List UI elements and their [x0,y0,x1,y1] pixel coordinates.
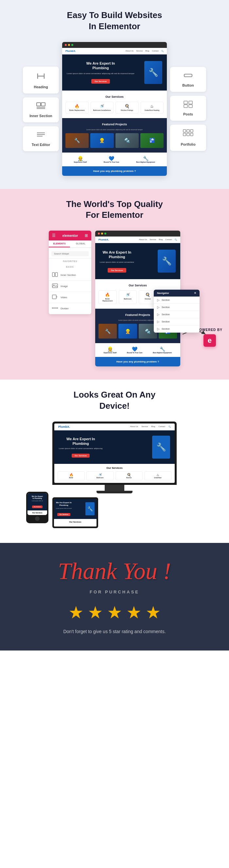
phone-services-title: Our Services [28,510,47,515]
section1-title: Easy To Build Websites In Elementor [6,10,223,32]
nav-item-3[interactable]: ▷ Section [154,311,199,318]
desktop-hero-desc: Lorem ipsum dolor sit amet consectetur a… [59,447,103,450]
posts-icon [175,100,201,110]
widget-video[interactable]: Video [49,292,91,303]
svg-marker-26 [56,296,58,298]
desktop-logo: PlumbX. [58,425,70,428]
project-item-1: 🔧 [66,133,89,148]
el-tabs: ELEMENTS GLOBAL [49,241,91,248]
svg-rect-13 [184,105,187,107]
section-icon: ▷ [157,305,160,309]
stat-1: 👷Experience Staff [104,346,116,353]
stat-2: 💙Bound To True Care [127,346,142,353]
widget-name: Image [61,285,68,288]
button-icon [175,71,201,81]
section-responsive: Looks Great On Any Device! PlumbX. About… [0,379,229,543]
close-icon[interactable]: ✕ [194,291,196,294]
section-easy-build: Easy To Build Websites In Elementor Head… [0,0,229,189]
basic-label: BASIC [49,264,91,270]
preview-hero-img: 🔧 [158,250,176,273]
powered-by-area: POWERED BY e [197,328,223,347]
tab-global[interactable]: GLOBAL [70,241,91,247]
section-icon: ▷ [157,313,160,316]
nav-item-2[interactable]: ▷ Section [154,304,199,311]
section-icon: ▷ [157,320,160,323]
widget-name: Inner Section [61,274,76,277]
desktop-hero-btn: Our Services [72,454,90,458]
widget-text-editor: Text Editor [23,126,59,151]
stat-2: 💙Bound To True Care [104,156,119,163]
dot-green [104,232,106,235]
service-item: 🔥Boiler [58,471,85,480]
section-top-quality: The World's Top Quality For Elementor ☰ … [0,189,229,380]
project-item-2: 👷 [118,324,137,339]
widget-posts: Posts [170,96,206,121]
hamburger-icon: ☰ [52,233,55,238]
svg-rect-15 [183,130,186,132]
service-item: ♨Underfloor Heating [141,102,164,114]
service-item: 🚿Bathroom [86,471,114,480]
phone-hero-desc: Lorem ipsum dolor sit [29,500,45,502]
tab-elements[interactable]: ELEMENTS [49,241,70,247]
mock-hero-text: We Are Expert InPlumbing Lorem ipsum dol… [67,61,135,84]
preview-services-title: Our Services [99,284,177,287]
nav-section-label: Section [162,299,170,302]
widget-posts-label: Posts [175,112,201,116]
svg-rect-18 [183,133,186,136]
nav-section-label: Section [162,320,170,323]
stat-3: 🔧Best Highest Equipment [136,156,155,163]
preview-browser-bar [95,230,180,237]
dot-yellow [101,232,103,235]
nav-item-4[interactable]: ▷ Section [154,318,199,326]
search-input[interactable] [51,251,89,256]
widget-inner-section[interactable]: Inner Section [49,270,91,281]
project-item-4: 🚰 [140,133,163,148]
nav-section-label: Section [162,328,170,330]
mock-site: PlumbX. About UsServiceBlogContact🔍 We A… [62,48,167,176]
mock-services: Our Services 🔥Boiler Replacement 🚿Bathro… [62,91,167,118]
navigator-header: Navigator ✕ [154,290,199,297]
service-item: 🚿Bathroom [119,290,137,304]
svg-rect-22 [55,273,58,277]
stat-3: 🔧Best Highest Equipment [153,346,172,353]
svg-rect-3 [37,103,41,106]
widget-heading-label: Heading [28,85,54,89]
nav-section-label: Section [162,313,170,316]
tablet-services-title: Our Services [56,521,94,523]
phone-hero-title: We Are ExpertIn Plumbing [29,495,45,500]
svg-rect-12 [189,101,192,104]
mock-hero: We Are Expert InPlumbing Lorem ipsum dol… [62,55,167,91]
tablet-hero-text: We Are Expert InPlumbing Lorem ipsum dol… [56,502,72,516]
rating-note: Don't forget to give us 5 star rating an… [6,629,223,634]
service-item: 🔥Boiler Replacement [99,290,117,304]
navigator-popup: Navigator ✕ ▷ Section ▷ Section ▷ Sectio… [154,290,199,333]
service-item: 🍳Kitchen Fittings [115,102,139,114]
nav-item-5[interactable]: ▷ Section [154,326,199,333]
favorites-label: FAVORITES [49,258,91,264]
heading-icon [28,71,54,83]
mock-services-grid: 🔥Boiler Replacement 🚿Bathroom Installati… [66,102,163,114]
svg-rect-20 [190,133,193,136]
nav-item-1[interactable]: ▷ Section [154,297,199,304]
mock-cta: Have you any plumbing problem ? [62,166,167,176]
widget-divider[interactable]: Divider [49,303,91,314]
service-item: 🍳Kitchen [115,471,143,480]
mock-hero-desc: Lorem ipsum dolor sit amet consectetur a… [67,72,135,75]
powered-by-label: POWERED BY [197,328,223,332]
widget-portfolio: Portfolio [170,125,206,151]
mock-hero-btn: Our Services [91,79,110,84]
dot-red [98,232,100,235]
phone-home-button [35,516,40,521]
widget-inner-section-label: Inner Section [28,114,54,118]
svg-rect-11 [184,101,187,104]
widget-image[interactable]: Image [49,281,91,292]
preview-hero-text: We Are Expert InPlumbing Lorem ipsum dol… [100,250,134,273]
widget-portfolio-label: Portfolio [175,143,201,146]
tablet-hero-img: 🔧 [85,502,94,515]
stars-row: ★ ★ ★ ★ ★ [6,602,223,622]
svg-marker-28 [52,307,53,309]
widgets-right: Button Posts [170,67,206,151]
svg-rect-17 [190,130,193,132]
thank-you-text: Thank You ! [6,559,223,583]
mock-logo: PlumbX. [66,50,76,53]
